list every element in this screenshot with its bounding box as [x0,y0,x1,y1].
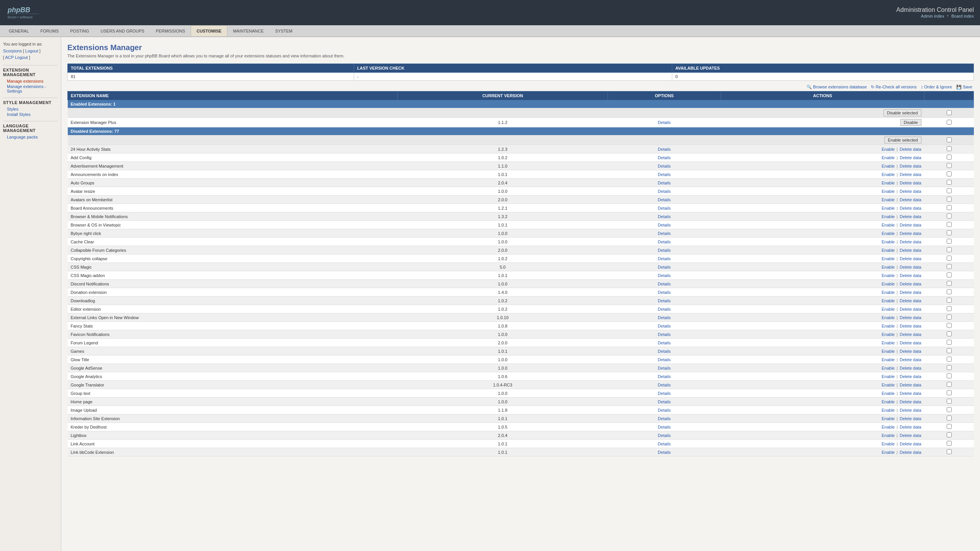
ext-details-link[interactable]: Details [658,231,671,236]
ext-details-link[interactable]: Details [658,315,671,320]
ext-details-link[interactable]: Details [658,273,671,278]
ext-checkbox[interactable] [947,424,952,429]
delete-data-link[interactable]: Delete data [900,248,921,253]
delete-data-link[interactable]: Delete data [900,298,921,303]
enable-link[interactable]: Enable [882,298,895,303]
ext-details-link[interactable]: Details [658,189,671,194]
ext-details-link[interactable]: Details [658,366,671,370]
delete-data-link[interactable]: Delete data [900,357,921,362]
ext-checkbox[interactable] [947,247,952,252]
ext-checkbox[interactable] [947,449,952,454]
enable-link[interactable]: Enable [882,164,895,168]
enable-link[interactable]: Enable [882,433,895,438]
delete-data-link[interactable]: Delete data [900,450,921,455]
delete-data-link[interactable]: Delete data [900,197,921,202]
ext-checkbox[interactable] [947,416,952,421]
ext-details-link[interactable]: Details [658,248,671,253]
ext-details-link[interactable]: Details [658,399,671,404]
enable-link[interactable]: Enable [882,273,895,278]
sidebar-item-styles[interactable]: Styles [3,106,58,112]
enable-link[interactable]: Enable [882,231,895,236]
enable-link[interactable]: Enable [882,332,895,337]
username-link[interactable]: Scorpions [3,49,22,53]
ext-checkbox[interactable] [947,155,952,160]
nav-tab-maintenance[interactable]: MAINTENANCE [227,25,270,36]
enable-link[interactable]: Enable [882,341,895,345]
ext-details-link[interactable]: Details [658,349,671,354]
nav-tab-general[interactable]: GENERAL [3,25,35,36]
ext-checkbox[interactable] [947,306,952,311]
enable-link[interactable]: Enable [882,425,895,429]
nav-tab-posting[interactable]: POSTING [64,25,95,36]
ext-details-link[interactable]: Details [658,332,671,337]
enable-link[interactable]: Enable [882,206,895,210]
ext-checkbox[interactable] [947,348,952,353]
ext-checkbox[interactable] [947,163,952,168]
enable-link[interactable]: Enable [882,366,895,370]
disable-selected-button[interactable]: Disable selected [884,109,921,116]
ext-details-link[interactable]: Details [658,307,671,311]
ext-checkbox[interactable] [947,373,952,378]
delete-data-link[interactable]: Delete data [900,214,921,219]
delete-data-link[interactable]: Delete data [900,164,921,168]
enable-link[interactable]: Enable [882,256,895,261]
delete-data-link[interactable]: Delete data [900,282,921,286]
ext-checkbox[interactable] [947,289,952,294]
ext-details-link[interactable]: Details [658,450,671,455]
ext-details-link[interactable]: Details [658,172,671,177]
enable-link[interactable]: Enable [882,307,895,311]
ext-checkbox[interactable] [947,146,952,151]
ext-checkbox[interactable] [947,264,952,269]
nav-tab-permissions[interactable]: PERMISSIONS [150,25,191,36]
enable-link[interactable]: Enable [882,442,895,446]
ext-checkbox[interactable] [947,323,952,328]
enable-link[interactable]: Enable [882,172,895,177]
delete-data-link[interactable]: Delete data [900,315,921,320]
ext-checkbox[interactable] [947,197,952,202]
delete-data-link[interactable]: Delete data [900,290,921,295]
ext-details-link[interactable]: Details [658,290,671,295]
delete-data-link[interactable]: Delete data [900,172,921,177]
sidebar-item-manage-extensions-settings[interactable]: Manage extensions - Settings [3,84,58,94]
ext-checkbox[interactable] [947,365,952,370]
enable-link[interactable]: Enable [882,189,895,194]
delete-data-link[interactable]: Delete data [900,231,921,236]
ext-checkbox[interactable] [947,340,952,345]
delete-data-link[interactable]: Delete data [900,332,921,337]
disable-button[interactable]: Disable [900,119,921,126]
delete-data-link[interactable]: Delete data [900,324,921,328]
delete-data-link[interactable]: Delete data [900,425,921,429]
nav-tab-forums[interactable]: FORUMS [35,25,65,36]
browse-extensions-link[interactable]: 🔍 Browse extensions database [807,85,867,89]
ext-checkbox[interactable] [947,272,952,277]
enable-selected-button[interactable]: Enable selected [884,137,921,143]
ext-checkbox[interactable] [947,222,952,227]
delete-data-link[interactable]: Delete data [900,408,921,412]
delete-data-link[interactable]: Delete data [900,391,921,396]
order-ignore-link[interactable]: ↕ Order & Ignore [921,85,952,89]
ext-checkbox[interactable] [947,407,952,412]
delete-data-link[interactable]: Delete data [900,383,921,387]
ext-details-link[interactable]: Details [658,391,671,396]
delete-data-link[interactable]: Delete data [900,349,921,354]
ext-details-link[interactable]: Details [658,256,671,261]
delete-data-link[interactable]: Delete data [900,442,921,446]
ext-checkbox[interactable] [947,205,952,210]
ext-details-link[interactable]: Details [658,164,671,168]
select-all-disabled-checkbox[interactable] [947,137,952,142]
ext-checkbox[interactable] [947,382,952,387]
enable-link[interactable]: Enable [882,408,895,412]
ext-checkbox[interactable] [947,180,952,185]
ext-details-link[interactable]: Details [658,265,671,269]
delete-data-link[interactable]: Delete data [900,399,921,404]
ext-checkbox[interactable] [947,239,952,244]
ext-details-link[interactable]: Details [658,408,671,412]
delete-data-link[interactable]: Delete data [900,273,921,278]
ext-details-link[interactable]: Details [658,120,671,125]
ext-checkbox[interactable] [947,432,952,437]
ext-details-link[interactable]: Details [658,298,671,303]
ext-checkbox[interactable] [947,298,952,303]
nav-tab-system[interactable]: SYSTEM [270,25,298,36]
enable-link[interactable]: Enable [882,450,895,455]
enable-link[interactable]: Enable [882,416,895,421]
